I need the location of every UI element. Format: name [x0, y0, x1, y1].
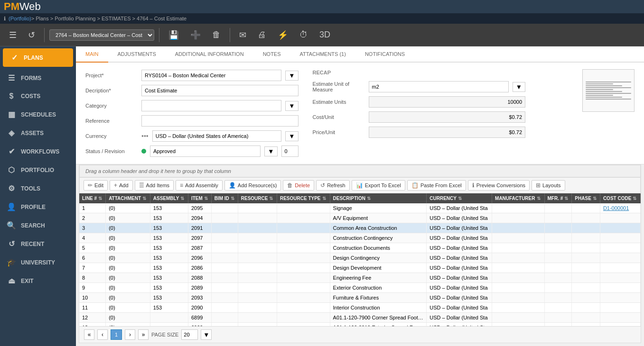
col-header-manufacturer[interactable]: MANUFACTURER⇅	[492, 193, 544, 203]
sidebar-item-plans[interactable]: ✓ PLANS	[3, 48, 73, 67]
page-size-input[interactable]	[181, 329, 198, 340]
status-input[interactable]	[150, 146, 261, 157]
tab-attachments[interactable]: ATTACHMENTS (1)	[290, 46, 355, 63]
project-input[interactable]	[141, 70, 281, 81]
revision-input[interactable]	[281, 146, 299, 157]
sidebar-label-assets: ASSETS	[21, 130, 44, 137]
project-dropdown-button[interactable]: ▼	[285, 71, 298, 81]
sidebar-label-exit: EXIT	[21, 278, 34, 284]
uom-input[interactable]	[369, 81, 509, 92]
uom-dropdown-button[interactable]: ▼	[513, 82, 525, 92]
category-dropdown-button[interactable]: ▼	[285, 101, 298, 111]
status-dropdown-button[interactable]: ▼	[264, 146, 277, 156]
record-selector[interactable]: 2764 – Boston Medical Center – Cost	[49, 29, 154, 41]
sidebar-item-costs[interactable]: $ COSTS	[0, 87, 76, 105]
email-button[interactable]: ✉	[235, 27, 251, 43]
add-assembly-button[interactable]: ≡ Add Assembly	[176, 180, 223, 191]
add-button[interactable]: ➕	[186, 27, 205, 43]
refresh-button[interactable]: ↺ Refresh	[316, 180, 350, 191]
col-header-resource-type[interactable]: RESOURCE TYPE⇅	[277, 193, 330, 203]
delete-row-button[interactable]: 🗑 Delete	[283, 180, 314, 191]
col-header-description[interactable]: DESCRIPTION⇅	[330, 193, 427, 203]
next-page-button[interactable]: ›	[125, 329, 135, 340]
table-row[interactable]: 7(0)1532086Design DevelopmentUSD – Dolla…	[79, 263, 641, 273]
add-assembly-label: Add Assembly	[185, 182, 218, 188]
print-button[interactable]: 🖨	[253, 27, 271, 42]
sidebar-item-tools[interactable]: ⚙ TOOLS	[0, 179, 76, 198]
first-page-button[interactable]: «	[84, 329, 94, 340]
sidebar-item-assets[interactable]: ◈ ASSETS	[0, 124, 76, 142]
col-header-item[interactable]: ITEM⇅	[188, 193, 211, 203]
col-header-phase[interactable]: PHASE⇅	[572, 193, 600, 203]
price-unit-input[interactable]	[369, 127, 526, 138]
sidebar-item-forms[interactable]: ☰ FORMS	[0, 69, 76, 87]
edit-button[interactable]: ✏ Edit	[84, 180, 108, 191]
currency-input[interactable]	[152, 130, 282, 142]
category-input[interactable]	[141, 100, 281, 111]
currency-dropdown-button[interactable]: ▼	[285, 131, 298, 141]
sidebar-item-recent[interactable]: ↺ RECENT	[0, 235, 76, 253]
sidebar-label-search: SEARCH	[21, 222, 45, 229]
table-row[interactable]: 4(0)1532097Construction ContingencyUSD –…	[79, 233, 641, 243]
table-row[interactable]: 13(0)6900A01.1-120-8010 Exterior Spread …	[79, 323, 641, 327]
tab-main[interactable]: MAIN	[76, 46, 108, 63]
last-page-button[interactable]: »	[138, 329, 149, 340]
data-table-container[interactable]: LINE #⇅ ATTACHMENT⇅ ASSEMBLY⇅ ITEM⇅ BIM …	[79, 193, 641, 326]
tab-notes[interactable]: NOTES	[253, 46, 290, 63]
tab-notifications[interactable]: NOTIFICATIONS	[355, 46, 414, 63]
table-row[interactable]: 1(0)1532095SignageUSD – Dollar (United S…	[79, 203, 641, 213]
table-row[interactable]: 10(0)1532093Furniture & FixturesUSD – Do…	[79, 293, 641, 303]
tab-adjustments[interactable]: ADJUSTMENTS	[108, 46, 166, 63]
col-header-bim-id[interactable]: BIM ID⇅	[211, 193, 238, 203]
table-row[interactable]: 3(0)1532091Common Area ConstructionUSD –…	[79, 223, 641, 233]
col-header-resource[interactable]: RESOURCE⇅	[238, 193, 277, 203]
table-row[interactable]: 11(0)1532090Interior ConstructionUSD – D…	[79, 303, 641, 313]
paste-excel-button[interactable]: 📋 Paste From Excel	[407, 180, 466, 191]
table-row[interactable]: 2(0)1532094A/V EquipmentUSD – Dollar (Un…	[79, 213, 641, 223]
table-row[interactable]: 6(0)1532096Design ContingencyUSD – Dolla…	[79, 253, 641, 263]
col-header-currency[interactable]: CURRENCY⇅	[427, 193, 492, 203]
sidebar-item-exit[interactable]: ⏏ EXIT	[0, 272, 76, 290]
reference-input[interactable]	[141, 115, 299, 127]
currency-options-button[interactable]: •••	[141, 132, 149, 140]
prev-page-button[interactable]: ‹	[97, 329, 108, 340]
form-row-currency: Currency ••• ▼	[85, 130, 299, 142]
units-input[interactable]	[369, 96, 526, 108]
table-row[interactable]: 8(0)1532088Engineering FeeUSD – Dollar (…	[79, 273, 641, 283]
list-view-button[interactable]: ☰	[5, 27, 21, 43]
cost-unit-input[interactable]	[369, 111, 526, 123]
col-header-line[interactable]: LINE #⇅	[79, 193, 106, 203]
document-preview[interactable]	[582, 69, 635, 112]
table-row[interactable]: 5(0)1532087Construction DocumentsUSD – D…	[79, 243, 641, 253]
col-header-attachment[interactable]: ATTACHMENT⇅	[106, 193, 150, 203]
preview-conversions-button[interactable]: ℹ Preview Conversions	[468, 180, 530, 191]
sidebar-item-workflows[interactable]: ✔ WORKFLOWS	[0, 142, 76, 161]
add-items-button[interactable]: ☰ Add Items	[135, 180, 174, 191]
layouts-button[interactable]: ⊞ Layouts	[532, 180, 565, 191]
table-row[interactable]: 9(0)1532089Exterior ConstructionUSD – Do…	[79, 283, 641, 293]
cost-code-link[interactable]: D1-000001	[603, 205, 629, 211]
add-resource-button[interactable]: 👤 Add Resource(s)	[224, 180, 281, 191]
sidebar-item-university[interactable]: 🎓 UNIVERSITY	[0, 253, 76, 272]
3d-button[interactable]: 3D	[315, 27, 335, 42]
sidebar-item-profile[interactable]: 👤 PROFILE	[0, 198, 76, 216]
col-header-mfr-num[interactable]: MFR. #⇅	[544, 193, 572, 203]
page-size-dropdown-button[interactable]: ▼	[201, 329, 212, 340]
export-excel-button[interactable]: 📊 Export To Excel	[352, 180, 405, 191]
breadcrumb-portfolio[interactable]: (Portfolio)	[9, 16, 31, 21]
col-header-cost-code[interactable]: COST CODE⇅	[600, 193, 640, 203]
workflow-button[interactable]: ⚡	[273, 27, 292, 43]
save-button[interactable]: 💾	[164, 27, 183, 43]
sidebar-item-portfolio[interactable]: ⬡ PORTFOLIO	[0, 161, 76, 179]
delete-button[interactable]: 🗑	[208, 27, 225, 42]
sidebar-item-schedules[interactable]: ▦ SCHEDULES	[0, 105, 76, 124]
tab-additional-information[interactable]: ADDITIONAL INFORMATION	[166, 46, 253, 63]
description-input[interactable]	[141, 85, 299, 96]
sort-item-icon: ⇅	[204, 196, 208, 201]
add-row-button[interactable]: + Add	[110, 180, 133, 191]
table-row[interactable]: 12(0)6899A01.1-120-7900 Corner Spread Fo…	[79, 313, 641, 323]
col-header-assembly[interactable]: ASSEMBLY⇅	[150, 193, 188, 203]
history-button[interactable]: ↺	[24, 27, 39, 43]
timer-button[interactable]: ⏱	[295, 27, 312, 42]
sidebar-item-search[interactable]: 🔍 SEARCH	[0, 216, 76, 235]
